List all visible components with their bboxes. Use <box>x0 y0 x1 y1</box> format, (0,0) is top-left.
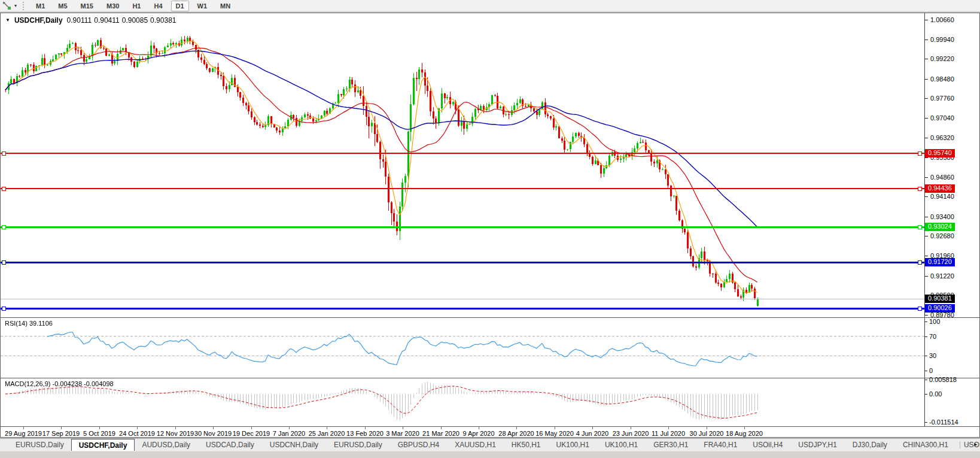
date-tick-label: 11 Jul 2020 <box>652 430 685 437</box>
date-tick-label: 30 Nov 2019 <box>194 430 232 437</box>
price-tick-label: 0.94140 <box>930 193 954 200</box>
timeframe-group: M1M5M15M30H1H4D1W1MN <box>29 1 237 11</box>
price-tick-label: 0.98480 <box>930 75 954 83</box>
date-tick-label: 24 Oct 2019 <box>119 430 155 437</box>
level-price-label: 0.95740 <box>925 149 955 157</box>
tab-eurusd-daily[interactable]: EURUSD,Daily <box>327 439 389 451</box>
indicator-tick <box>925 321 927 322</box>
date-tick <box>631 427 631 429</box>
level-price-label: 0.93024 <box>925 223 955 231</box>
tab-eurusd-daily[interactable]: EURUSD,Daily <box>8 439 71 451</box>
price-tick <box>925 118 928 119</box>
timeframe-button-m15[interactable]: M15 <box>76 1 98 11</box>
indicator-tick <box>925 422 927 423</box>
tab-ger30-h1[interactable]: GER30,H1 <box>646 439 695 451</box>
price-tick <box>925 177 928 178</box>
level-price-label: 0.90026 <box>925 304 955 313</box>
macd-label: MACD(12,26,9) -0.004238 -0.004098 <box>5 380 114 387</box>
toolbar-grip[interactable] <box>23 2 25 10</box>
tab-usdjpy-h1[interactable]: USDJPY,H1 <box>791 439 844 451</box>
price-tick <box>925 276 928 277</box>
tab-scroll-arrows: ◄ ► <box>960 439 978 450</box>
indicator-tick-label: 30 <box>929 352 936 359</box>
date-tick <box>61 427 62 429</box>
date-tick <box>137 427 138 429</box>
indicator-tick-label: 100 <box>929 318 940 325</box>
price-tick-label: 0.94860 <box>930 174 954 181</box>
level-price-label: 0.91720 <box>925 258 955 266</box>
tab-scroll-left-icon[interactable]: ◄ <box>965 442 970 447</box>
timeframe-button-m1[interactable]: M1 <box>31 1 50 11</box>
date-tick-label: 5 Oct 2019 <box>83 430 115 437</box>
price-tick-label: 0.97040 <box>930 114 954 122</box>
rsi-panel-separator <box>1 317 979 318</box>
indicator-tick-label: 0 <box>929 367 933 374</box>
date-tick <box>668 427 669 429</box>
timeframe-button-h4[interactable]: H4 <box>149 1 167 11</box>
timeframe-button-m30[interactable]: M30 <box>102 1 124 11</box>
main-chart-canvas[interactable] <box>1 13 924 317</box>
top-toolbar: ▾ M1M5M15M30H1H4D1W1MN <box>0 0 980 12</box>
date-tick <box>592 427 593 429</box>
draw-cursor-icon[interactable] <box>2 2 13 10</box>
ohlc-high: 0.90411 <box>94 16 120 25</box>
level-price-label: 0.94436 <box>925 184 955 193</box>
tab-xauusd-h1[interactable]: XAUUSD,H1 <box>448 439 503 451</box>
ohlc-close: 0.90381 <box>150 16 176 25</box>
price-tick-label: 0.99220 <box>930 55 954 62</box>
tab-uk100-h1[interactable]: UK100,H1 <box>549 439 596 451</box>
price-tick <box>925 59 928 59</box>
tab-scroll-right-icon[interactable]: ► <box>973 442 978 447</box>
tab-china300-h1[interactable]: CHINA300,H1 <box>896 439 955 451</box>
date-tick <box>441 427 442 429</box>
timeframe-button-m5[interactable]: M5 <box>53 1 72 11</box>
price-tick <box>925 256 928 256</box>
timeframe-button-h1[interactable]: H1 <box>127 1 145 11</box>
tab-usdchf-daily[interactable]: USDCHF,Daily <box>71 439 135 451</box>
tab-uk100-h1[interactable]: UK100,H1 <box>598 439 645 451</box>
indicator-tick-label: -0.011514 <box>929 418 958 426</box>
date-tick <box>23 427 24 429</box>
price-tick <box>925 217 928 217</box>
macd-panel-canvas[interactable] <box>1 378 924 426</box>
price-tick <box>925 138 928 138</box>
price-tick <box>925 196 928 197</box>
date-tick <box>744 427 745 429</box>
rsi-panel-canvas[interactable] <box>1 318 924 377</box>
price-tick <box>925 157 928 158</box>
tab-usoil-h4[interactable]: USOil,H4 <box>745 439 790 451</box>
date-tick <box>479 427 479 429</box>
tab-hk50-h1[interactable]: HK50,H1 <box>504 439 548 451</box>
price-tick <box>925 79 928 80</box>
chart-menu-triangle-icon[interactable]: ▼ <box>5 17 10 23</box>
timeframe-button-w1[interactable]: W1 <box>193 1 212 11</box>
indicator-tick <box>925 394 927 395</box>
timeframe-button-d1[interactable]: D1 <box>171 1 189 11</box>
date-tick-label: 12 Nov 2019 <box>157 430 194 437</box>
indicator-tick <box>925 371 927 371</box>
date-tick-label: 25 Jan 2020 <box>309 430 345 437</box>
date-tick <box>327 427 327 429</box>
tool-dropdown-caret[interactable]: ▾ <box>14 3 17 8</box>
tab-fra40-h1[interactable]: FRA40,H1 <box>696 439 744 451</box>
current-price-label: 0.90381 <box>925 295 955 303</box>
date-tick <box>365 427 366 429</box>
date-tick-label: 21 Mar 2020 <box>422 430 459 437</box>
price-tick <box>925 20 928 20</box>
price-tick-label: 0.92680 <box>930 232 954 239</box>
tab-usdcnh-daily[interactable]: USDCNH,Daily <box>263 439 325 451</box>
tab-usdcad-daily[interactable]: USDCAD,Daily <box>199 439 261 451</box>
date-tick-label: 29 Aug 2019 <box>5 430 42 437</box>
date-tick-label: 4 Jun 2020 <box>576 430 608 437</box>
tab-gbpusd-h4[interactable]: GBPUSD,H4 <box>391 439 446 451</box>
date-tick-label: 28 Apr 2020 <box>498 430 534 437</box>
tab-dj30-daily[interactable]: DJ30,Daily <box>845 439 894 451</box>
date-tick-label: 13 Feb 2020 <box>346 430 384 437</box>
date-tick-label: 19 Dec 2019 <box>233 430 270 437</box>
chart-tab-bar: EURUSD,DailyUSDCHF,DailyAUDUSD,DailyUSDC… <box>0 438 980 451</box>
chart-title: ▼ USDCHF,Daily 0.90111 0.90411 0.90085 0… <box>5 16 176 25</box>
price-tick <box>925 40 928 40</box>
tab-audusd-daily[interactable]: AUDUSD,Daily <box>135 439 197 451</box>
indicator-tick <box>925 336 927 337</box>
timeframe-button-mn[interactable]: MN <box>215 1 235 11</box>
